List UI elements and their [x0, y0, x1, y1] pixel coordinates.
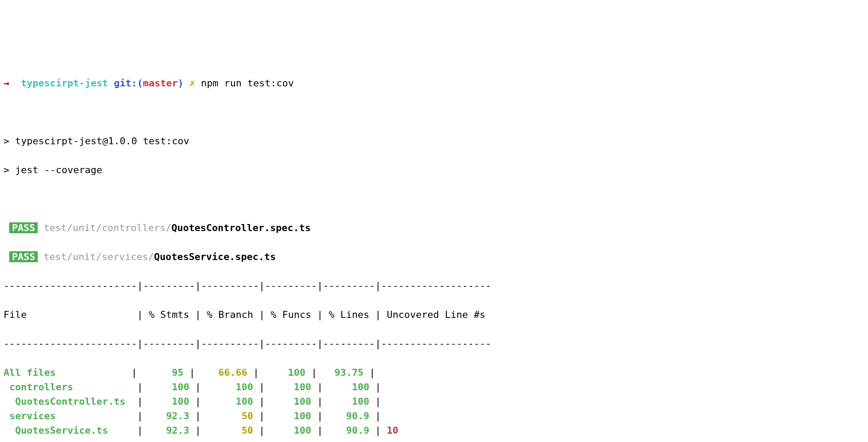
coverage-table-separator: -----------------------|---------|------… [4, 336, 864, 351]
coverage-table-header: File | % Stmts | % Branch | % Funcs | % … [4, 307, 864, 322]
coverage-table-row: services | 92.3 | 50 | 100 | 90.9 | [4, 409, 864, 423]
coverage-table-row: controllers | 100 | 100 | 100 | 100 | [4, 380, 864, 394]
pass-badge: PASS [9, 222, 38, 233]
git-close: ) [178, 78, 183, 89]
npm-output-line1: > typescirpt-jest@1.0.0 test:cov [4, 134, 864, 148]
shell-prompt-line[interactable]: → typescirpt-jest git:(master) ✗ npm run… [4, 76, 864, 90]
coverage-file-name: QuotesService.ts [4, 425, 125, 436]
coverage-lines: 100 [329, 381, 370, 392]
test-file-name: QuotesService.spec.ts [154, 251, 276, 262]
coverage-table-row: QuotesController.ts | 100 | 100 | 100 | … [4, 394, 864, 409]
coverage-stmts: 95 [143, 367, 184, 378]
blank-line [4, 105, 864, 119]
coverage-file-name: All files [4, 367, 120, 378]
coverage-lines: 100 [329, 396, 370, 407]
git-branch: master [143, 78, 178, 89]
prompt-directory: typescirpt-jest [21, 78, 108, 89]
coverage-stmts: 92.3 [149, 410, 189, 421]
coverage-stmts: 92.3 [149, 425, 189, 436]
coverage-funcs: 100 [270, 410, 311, 421]
coverage-uncovered [387, 396, 491, 407]
coverage-stmts: 100 [149, 381, 189, 392]
coverage-funcs: 100 [270, 381, 311, 392]
coverage-stmts: 100 [149, 396, 189, 407]
test-file-result: PASS test/unit/controllers/QuotesControl… [4, 221, 864, 235]
test-file-name: QuotesController.spec.ts [171, 222, 311, 233]
test-file-result: PASS test/unit/services/QuotesService.sp… [4, 250, 864, 264]
git-dirty-icon: ✗ [189, 78, 195, 89]
test-file-path-prefix: test/unit/services/ [43, 251, 154, 262]
coverage-table-row: All files | 95 | 66.66 | 100 | 93.75 | [4, 365, 864, 380]
test-file-path-prefix: test/unit/controllers/ [43, 222, 171, 233]
coverage-funcs: 100 [270, 425, 311, 436]
coverage-table-separator: -----------------------|---------|------… [4, 278, 864, 293]
coverage-file-name: services [4, 410, 125, 421]
command-text: npm run test:cov [201, 78, 294, 89]
coverage-branch: 100 [207, 381, 253, 392]
coverage-uncovered [387, 410, 491, 421]
coverage-funcs: 100 [270, 396, 311, 407]
coverage-table-body: All files | 95 | 66.66 | 100 | 93.75 | c… [4, 365, 864, 438]
coverage-funcs: 100 [265, 367, 306, 378]
coverage-branch: 50 [207, 410, 253, 421]
coverage-file-name: QuotesController.ts [4, 396, 125, 407]
coverage-lines: 93.75 [323, 367, 364, 378]
coverage-branch: 100 [207, 396, 253, 407]
coverage-uncovered [387, 381, 491, 392]
prompt-arrow-icon: → [4, 78, 9, 89]
coverage-branch: 66.66 [201, 367, 247, 378]
coverage-uncovered [381, 367, 485, 378]
npm-output-line2: > jest --coverage [4, 163, 864, 177]
coverage-uncovered: 10 [387, 425, 491, 436]
coverage-table-row: QuotesService.ts | 92.3 | 50 | 100 | 90.… [4, 423, 864, 438]
coverage-lines: 90.9 [329, 410, 370, 421]
git-label: git:( [114, 78, 143, 89]
pass-badge: PASS [9, 251, 38, 262]
blank-line [4, 192, 864, 206]
terminal-output: → typescirpt-jest git:(master) ✗ npm run… [4, 61, 864, 442]
coverage-file-name: controllers [4, 381, 125, 392]
coverage-lines: 90.9 [329, 425, 370, 436]
coverage-branch: 50 [207, 425, 253, 436]
